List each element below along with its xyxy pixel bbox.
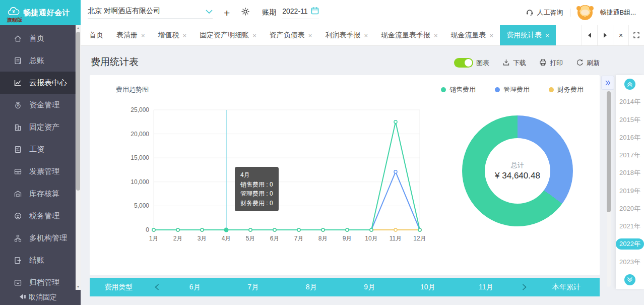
tab-report-list[interactable]: 表清册× [110, 25, 152, 45]
svg-text:25,000: 25,000 [131, 106, 149, 113]
scroll-up-icon[interactable]: ▲ [76, 25, 81, 31]
close-tab-icon[interactable]: × [252, 32, 256, 39]
sidebar-scrollbar-thumb[interactable] [76, 32, 80, 191]
months-next-button[interactable] [515, 284, 533, 290]
close-tab-icon[interactable]: × [490, 32, 494, 39]
chart-toggle[interactable] [454, 58, 473, 68]
tab-label: 首页 [89, 31, 103, 40]
sidebar-item-invoice-management[interactable]: 发票管理 [0, 160, 76, 182]
sidebar-item-fund-management[interactable]: ¥ 资金管理 [0, 94, 76, 116]
sidebar-item-multi-org-management[interactable]: 多机构管理 [0, 227, 76, 249]
chart-toggle-label: 图表 [476, 58, 489, 68]
legend-label: 财务费用 [557, 85, 584, 94]
close-tab-icon[interactable]: × [308, 32, 312, 39]
svg-text:15,000: 15,000 [131, 154, 149, 161]
donut-center: 总计 ¥ 34,640.48 [485, 138, 550, 204]
sidebar-item-cloud-report-center[interactable]: 云报表中心 [0, 72, 81, 94]
legend-admin-expense[interactable]: 管理费用 [495, 85, 530, 94]
legend-dot-yellow [549, 87, 554, 92]
avatar[interactable] [577, 5, 593, 20]
collapse-panel-button[interactable] [601, 76, 614, 90]
expense-donut-chart[interactable]: 总计 ¥ 34,640.48 [462, 115, 573, 226]
brand-edition-badge: 旗舰版 [7, 17, 22, 24]
refresh-button[interactable]: 刷新 [576, 58, 600, 68]
tab-expense-statistics[interactable]: 费用统计表× [500, 25, 556, 45]
add-account-set-button[interactable]: + [224, 8, 230, 18]
fullscreen-button[interactable] [628, 25, 644, 45]
tab-vat[interactable]: 增值税× [152, 25, 194, 45]
sidebar-item-closing[interactable]: 结账 [0, 249, 76, 271]
year-item[interactable]: 2015年 [616, 114, 644, 126]
sidebar-item-fixed-assets[interactable]: 固定资产 [0, 116, 76, 138]
months-prev-button[interactable] [148, 284, 166, 290]
sidebar-item-label: 云报表中心 [29, 78, 67, 88]
close-tab-icon[interactable]: × [183, 32, 187, 39]
svg-text:¥: ¥ [17, 104, 19, 107]
tab-balance-sheet[interactable]: 资产负债表× [263, 25, 319, 45]
cloud-report-icon [13, 78, 22, 87]
toolbar: 图表 下载 打印 刷新 [454, 58, 600, 68]
sidebar-scrollbar[interactable]: ▲ ▼ [76, 25, 81, 290]
legend-dot-green [441, 87, 446, 92]
chevron-down-icon [206, 7, 213, 16]
download-button[interactable]: 下载 [502, 58, 526, 68]
sidebar-item-label: 税务管理 [29, 211, 59, 221]
donut-total-value: ¥ 34,640.48 [495, 171, 540, 181]
month-column-header: 6月 [166, 283, 224, 292]
sidebar-item-home[interactable]: 首页 [0, 27, 76, 49]
legend-sales-expense[interactable]: 销售费用 [441, 85, 476, 94]
tab-scroll-right-button[interactable] [597, 25, 613, 45]
sidebar-item-inventory-accounting[interactable]: 库存核算 [0, 182, 76, 205]
company-name: 北京 对啊酒店有限公司 [88, 7, 160, 16]
legend-finance-expense[interactable]: 财务费用 [549, 85, 584, 94]
year-item[interactable]: 2014年 [616, 96, 644, 107]
year-item[interactable]: 2018年 [616, 167, 644, 178]
close-tab-icon[interactable]: × [141, 32, 145, 39]
year-item[interactable]: 2020年 [616, 203, 644, 214]
period-picker[interactable]: 2022-11 [282, 7, 318, 19]
tab-fixed-asset-detail[interactable]: 固定资产明细账× [193, 25, 263, 45]
tab-income-statement-quarterly[interactable]: 利润表季报× [318, 25, 374, 45]
sidebar-item-general-ledger[interactable]: ¥ 总账 [0, 49, 76, 72]
content-scrollbar[interactable] [607, 91, 611, 287]
calendar-icon [311, 7, 319, 16]
year-item[interactable]: 2023年 [616, 257, 644, 268]
scroll-down-icon[interactable]: ▼ [76, 284, 81, 290]
svg-text:11月: 11月 [390, 235, 402, 242]
company-selector[interactable]: 北京 对啊酒店有限公司 [88, 7, 213, 19]
sidebar-item-label: 总账 [29, 56, 44, 66]
tab-home[interactable]: 首页 [83, 25, 110, 45]
tooltip-row: 销售费用 : 0 [240, 180, 273, 190]
legend-label: 管理费用 [503, 85, 530, 94]
unpin-sidebar-button[interactable]: 取消固定 [0, 290, 81, 305]
close-all-tabs-button[interactable]: × [613, 25, 628, 45]
sidebar-item-payroll[interactable]: 工资 [0, 138, 76, 160]
tab-scroll-left-button[interactable] [582, 25, 597, 45]
year-item[interactable]: 2022年 [616, 238, 644, 250]
tab-cashflow[interactable]: 现金流量表× [444, 25, 500, 45]
print-button[interactable]: 打印 [539, 58, 563, 68]
fund-icon: ¥ [13, 100, 22, 109]
close-tab-icon[interactable]: × [545, 32, 549, 39]
username[interactable]: 畅捷通B组... [600, 8, 636, 17]
year-item[interactable]: 2017年 [616, 150, 644, 161]
tab-cashflow-quarterly[interactable]: 现金流量表季报× [374, 25, 444, 45]
header-divider [570, 9, 570, 17]
content-scrollbar-thumb[interactable] [607, 91, 611, 212]
sidebar-item-label: 首页 [29, 34, 44, 43]
close-tab-icon[interactable]: × [434, 32, 438, 39]
legend-dot-blue [495, 87, 500, 92]
year-item[interactable]: 2021年 [616, 221, 644, 232]
year-item[interactable]: 2019年 [616, 186, 644, 197]
year-scroll-up-button[interactable] [624, 79, 635, 90]
year-scroll-down-button[interactable] [624, 274, 635, 285]
download-label: 下载 [513, 58, 526, 68]
expense-type-header: 费用类型 [90, 283, 148, 292]
svg-text:¥: ¥ [12, 9, 15, 14]
sidebar-item-tax-management[interactable]: 税务管理 [0, 205, 76, 227]
human-support-link[interactable]: 人工咨询 [526, 8, 563, 18]
year-item[interactable]: 2016年 [616, 132, 644, 143]
close-tab-icon[interactable]: × [364, 32, 368, 39]
brand-logo[interactable]: ¥ 畅捷通好会计 旗舰版 [0, 0, 81, 25]
settings-button[interactable] [241, 7, 250, 18]
